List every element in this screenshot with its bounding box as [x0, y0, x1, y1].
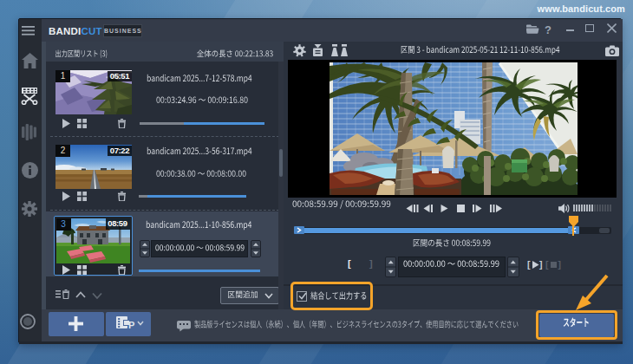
svg-text:P: P	[128, 320, 134, 330]
